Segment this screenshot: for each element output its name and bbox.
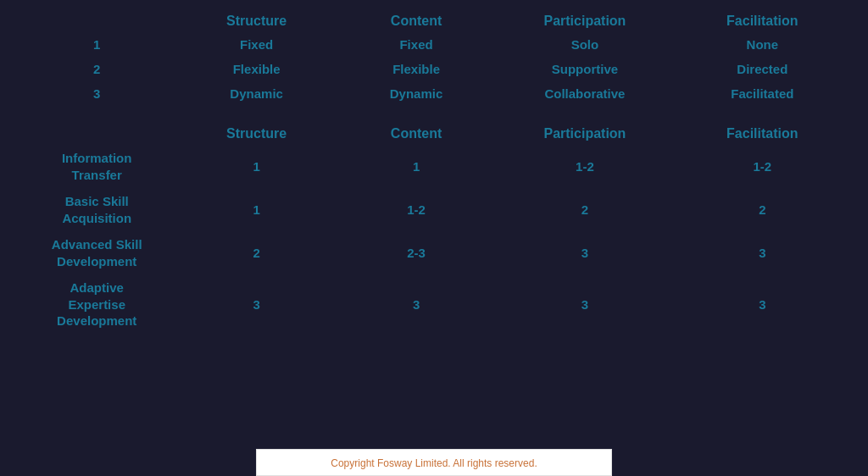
information-transfer-facilitation: 1-2 bbox=[674, 145, 851, 188]
bottom-row-advanced-skill: Advanced SkillDevelopment 2 2-3 3 3 bbox=[17, 231, 851, 274]
top-row-1: 1 Fixed Fixed Solo None bbox=[17, 32, 851, 57]
top-row-2-facilitation: Directed bbox=[674, 57, 851, 81]
adaptive-expertise-facilitation: 3 bbox=[674, 274, 851, 335]
advanced-skill-facilitation: 3 bbox=[674, 231, 851, 274]
bottom-row-basic-skill: Basic SkillAcquisition 1 1-2 2 2 bbox=[17, 188, 851, 231]
top-header-participation: Participation bbox=[496, 8, 673, 32]
bottom-row-information-transfer: InformationTransfer 1 1 1-2 1-2 bbox=[17, 145, 851, 188]
top-row-2-participation: Supportive bbox=[496, 57, 673, 81]
basic-skill-participation: 2 bbox=[496, 188, 673, 231]
top-row-1-content: Fixed bbox=[337, 32, 496, 57]
top-header-facilitation: Facilitation bbox=[674, 8, 851, 32]
top-header-structure: Structure bbox=[176, 8, 336, 32]
bottom-learning-table: Structure Content Participation Facilita… bbox=[17, 121, 851, 335]
main-content: Structure Content Participation Facilita… bbox=[17, 8, 851, 335]
advanced-skill-structure: 2 bbox=[176, 231, 336, 274]
basic-skill-content: 1-2 bbox=[337, 188, 496, 231]
information-transfer-label: InformationTransfer bbox=[17, 145, 176, 188]
top-row-1-participation: Solo bbox=[496, 32, 673, 57]
top-header-empty bbox=[17, 8, 176, 32]
basic-skill-structure: 1 bbox=[176, 188, 336, 231]
top-row-2-num: 2 bbox=[17, 57, 176, 81]
bottom-header-facilitation: Facilitation bbox=[674, 121, 851, 145]
top-row-3-structure: Dynamic bbox=[176, 81, 336, 106]
top-row-3-participation: Collaborative bbox=[496, 81, 673, 106]
basic-skill-label: Basic SkillAcquisition bbox=[17, 188, 176, 231]
information-transfer-participation: 1-2 bbox=[496, 145, 673, 188]
bottom-header-structure: Structure bbox=[176, 121, 336, 145]
bottom-header-participation: Participation bbox=[496, 121, 673, 145]
top-row-3-facilitation: Facilitated bbox=[674, 81, 851, 106]
top-row-3-content: Dynamic bbox=[337, 81, 496, 106]
top-header-content: Content bbox=[337, 8, 496, 32]
top-row-2: 2 Flexible Flexible Supportive Directed bbox=[17, 57, 851, 81]
bottom-header-empty bbox=[17, 121, 176, 145]
adaptive-expertise-participation: 3 bbox=[496, 274, 673, 335]
top-row-2-structure: Flexible bbox=[176, 57, 336, 81]
adaptive-expertise-structure: 3 bbox=[176, 274, 336, 335]
top-row-1-num: 1 bbox=[17, 32, 176, 57]
basic-skill-facilitation: 2 bbox=[674, 188, 851, 231]
top-row-1-facilitation: None bbox=[674, 32, 851, 57]
information-transfer-content: 1 bbox=[337, 145, 496, 188]
information-transfer-structure: 1 bbox=[176, 145, 336, 188]
top-row-3-num: 3 bbox=[17, 81, 176, 106]
bottom-row-adaptive-expertise: AdaptiveExpertiseDevelopment 3 3 3 3 bbox=[17, 274, 851, 335]
adaptive-expertise-content: 3 bbox=[337, 274, 496, 335]
adaptive-expertise-label: AdaptiveExpertiseDevelopment bbox=[17, 274, 176, 335]
top-row-3: 3 Dynamic Dynamic Collaborative Facilita… bbox=[17, 81, 851, 106]
bottom-header-content: Content bbox=[337, 121, 496, 145]
top-reference-table: Structure Content Participation Facilita… bbox=[17, 8, 851, 106]
copyright-text: Copyright Fosway Limited. All rights res… bbox=[331, 457, 537, 469]
advanced-skill-label: Advanced SkillDevelopment bbox=[17, 231, 176, 274]
top-row-2-content: Flexible bbox=[337, 57, 496, 81]
advanced-skill-content: 2-3 bbox=[337, 231, 496, 274]
footer: Copyright Fosway Limited. All rights res… bbox=[256, 449, 612, 476]
advanced-skill-participation: 3 bbox=[496, 231, 673, 274]
top-row-1-structure: Fixed bbox=[176, 32, 336, 57]
